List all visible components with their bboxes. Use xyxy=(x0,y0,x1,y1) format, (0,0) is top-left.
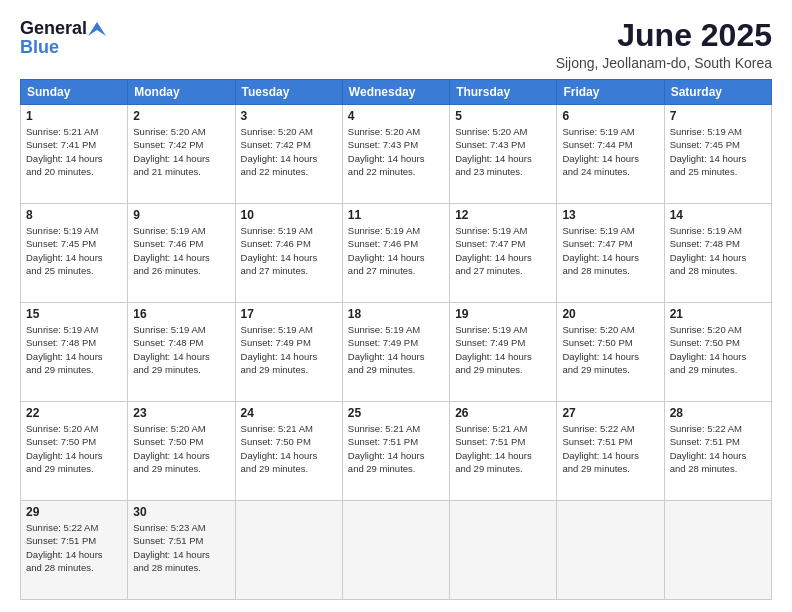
col-friday: Friday xyxy=(557,80,664,105)
day-number: 26 xyxy=(455,406,551,420)
day-number: 9 xyxy=(133,208,229,222)
day-number: 27 xyxy=(562,406,658,420)
calendar-cell: 26Sunrise: 5:21 AMSunset: 7:51 PMDayligh… xyxy=(450,402,557,501)
calendar-cell: 6Sunrise: 5:19 AMSunset: 7:44 PMDaylight… xyxy=(557,105,664,204)
day-info: Sunrise: 5:22 AMSunset: 7:51 PMDaylight:… xyxy=(26,521,122,574)
day-info: Sunrise: 5:19 AMSunset: 7:48 PMDaylight:… xyxy=(133,323,229,376)
day-info: Sunrise: 5:20 AMSunset: 7:50 PMDaylight:… xyxy=(26,422,122,475)
day-number: 11 xyxy=(348,208,444,222)
calendar-cell: 17Sunrise: 5:19 AMSunset: 7:49 PMDayligh… xyxy=(235,303,342,402)
day-number: 5 xyxy=(455,109,551,123)
location-title: Sijong, Jeollanam-do, South Korea xyxy=(556,55,772,71)
day-number: 12 xyxy=(455,208,551,222)
day-number: 25 xyxy=(348,406,444,420)
calendar-week-row: 8Sunrise: 5:19 AMSunset: 7:45 PMDaylight… xyxy=(21,204,772,303)
day-info: Sunrise: 5:22 AMSunset: 7:51 PMDaylight:… xyxy=(670,422,766,475)
day-number: 1 xyxy=(26,109,122,123)
day-info: Sunrise: 5:19 AMSunset: 7:46 PMDaylight:… xyxy=(241,224,337,277)
day-number: 21 xyxy=(670,307,766,321)
calendar-cell xyxy=(664,501,771,600)
calendar-cell: 24Sunrise: 5:21 AMSunset: 7:50 PMDayligh… xyxy=(235,402,342,501)
day-number: 22 xyxy=(26,406,122,420)
day-info: Sunrise: 5:20 AMSunset: 7:42 PMDaylight:… xyxy=(241,125,337,178)
day-number: 14 xyxy=(670,208,766,222)
calendar-cell: 25Sunrise: 5:21 AMSunset: 7:51 PMDayligh… xyxy=(342,402,449,501)
day-info: Sunrise: 5:19 AMSunset: 7:45 PMDaylight:… xyxy=(670,125,766,178)
calendar-cell: 20Sunrise: 5:20 AMSunset: 7:50 PMDayligh… xyxy=(557,303,664,402)
logo-bird-icon xyxy=(88,22,106,36)
calendar-cell: 16Sunrise: 5:19 AMSunset: 7:48 PMDayligh… xyxy=(128,303,235,402)
day-number: 30 xyxy=(133,505,229,519)
day-info: Sunrise: 5:20 AMSunset: 7:50 PMDaylight:… xyxy=(562,323,658,376)
calendar-week-row: 29Sunrise: 5:22 AMSunset: 7:51 PMDayligh… xyxy=(21,501,772,600)
calendar-week-row: 1Sunrise: 5:21 AMSunset: 7:41 PMDaylight… xyxy=(21,105,772,204)
calendar-cell xyxy=(450,501,557,600)
day-info: Sunrise: 5:19 AMSunset: 7:46 PMDaylight:… xyxy=(133,224,229,277)
calendar-cell: 2Sunrise: 5:20 AMSunset: 7:42 PMDaylight… xyxy=(128,105,235,204)
day-number: 3 xyxy=(241,109,337,123)
calendar-cell xyxy=(235,501,342,600)
logo: General Blue xyxy=(20,18,106,58)
calendar-cell: 23Sunrise: 5:20 AMSunset: 7:50 PMDayligh… xyxy=(128,402,235,501)
col-sunday: Sunday xyxy=(21,80,128,105)
calendar-cell: 21Sunrise: 5:20 AMSunset: 7:50 PMDayligh… xyxy=(664,303,771,402)
day-number: 10 xyxy=(241,208,337,222)
calendar-cell: 15Sunrise: 5:19 AMSunset: 7:48 PMDayligh… xyxy=(21,303,128,402)
day-info: Sunrise: 5:19 AMSunset: 7:46 PMDaylight:… xyxy=(348,224,444,277)
calendar-cell: 12Sunrise: 5:19 AMSunset: 7:47 PMDayligh… xyxy=(450,204,557,303)
day-info: Sunrise: 5:19 AMSunset: 7:49 PMDaylight:… xyxy=(455,323,551,376)
day-info: Sunrise: 5:19 AMSunset: 7:47 PMDaylight:… xyxy=(562,224,658,277)
calendar-cell: 13Sunrise: 5:19 AMSunset: 7:47 PMDayligh… xyxy=(557,204,664,303)
day-info: Sunrise: 5:22 AMSunset: 7:51 PMDaylight:… xyxy=(562,422,658,475)
col-thursday: Thursday xyxy=(450,80,557,105)
day-info: Sunrise: 5:21 AMSunset: 7:51 PMDaylight:… xyxy=(455,422,551,475)
day-info: Sunrise: 5:21 AMSunset: 7:50 PMDaylight:… xyxy=(241,422,337,475)
calendar-cell: 29Sunrise: 5:22 AMSunset: 7:51 PMDayligh… xyxy=(21,501,128,600)
day-info: Sunrise: 5:19 AMSunset: 7:49 PMDaylight:… xyxy=(241,323,337,376)
calendar-cell: 10Sunrise: 5:19 AMSunset: 7:46 PMDayligh… xyxy=(235,204,342,303)
calendar-cell: 22Sunrise: 5:20 AMSunset: 7:50 PMDayligh… xyxy=(21,402,128,501)
calendar-cell: 14Sunrise: 5:19 AMSunset: 7:48 PMDayligh… xyxy=(664,204,771,303)
calendar-cell: 9Sunrise: 5:19 AMSunset: 7:46 PMDaylight… xyxy=(128,204,235,303)
day-number: 6 xyxy=(562,109,658,123)
calendar-cell xyxy=(557,501,664,600)
day-number: 20 xyxy=(562,307,658,321)
calendar-cell: 18Sunrise: 5:19 AMSunset: 7:49 PMDayligh… xyxy=(342,303,449,402)
day-number: 4 xyxy=(348,109,444,123)
day-info: Sunrise: 5:20 AMSunset: 7:43 PMDaylight:… xyxy=(455,125,551,178)
month-title: June 2025 xyxy=(556,18,772,53)
day-info: Sunrise: 5:19 AMSunset: 7:45 PMDaylight:… xyxy=(26,224,122,277)
calendar-cell: 28Sunrise: 5:22 AMSunset: 7:51 PMDayligh… xyxy=(664,402,771,501)
calendar-cell: 8Sunrise: 5:19 AMSunset: 7:45 PMDaylight… xyxy=(21,204,128,303)
day-info: Sunrise: 5:19 AMSunset: 7:48 PMDaylight:… xyxy=(670,224,766,277)
day-number: 13 xyxy=(562,208,658,222)
calendar-cell: 7Sunrise: 5:19 AMSunset: 7:45 PMDaylight… xyxy=(664,105,771,204)
day-info: Sunrise: 5:21 AMSunset: 7:41 PMDaylight:… xyxy=(26,125,122,178)
day-number: 29 xyxy=(26,505,122,519)
col-wednesday: Wednesday xyxy=(342,80,449,105)
day-number: 28 xyxy=(670,406,766,420)
logo-blue-text: Blue xyxy=(20,37,59,58)
calendar-cell: 19Sunrise: 5:19 AMSunset: 7:49 PMDayligh… xyxy=(450,303,557,402)
day-number: 8 xyxy=(26,208,122,222)
day-info: Sunrise: 5:23 AMSunset: 7:51 PMDaylight:… xyxy=(133,521,229,574)
calendar-week-row: 22Sunrise: 5:20 AMSunset: 7:50 PMDayligh… xyxy=(21,402,772,501)
day-info: Sunrise: 5:19 AMSunset: 7:47 PMDaylight:… xyxy=(455,224,551,277)
day-info: Sunrise: 5:20 AMSunset: 7:50 PMDaylight:… xyxy=(133,422,229,475)
col-saturday: Saturday xyxy=(664,80,771,105)
day-info: Sunrise: 5:20 AMSunset: 7:50 PMDaylight:… xyxy=(670,323,766,376)
day-info: Sunrise: 5:20 AMSunset: 7:43 PMDaylight:… xyxy=(348,125,444,178)
calendar-cell: 3Sunrise: 5:20 AMSunset: 7:42 PMDaylight… xyxy=(235,105,342,204)
title-section: June 2025 Sijong, Jeollanam-do, South Ko… xyxy=(556,18,772,71)
calendar-cell: 5Sunrise: 5:20 AMSunset: 7:43 PMDaylight… xyxy=(450,105,557,204)
calendar-cell: 27Sunrise: 5:22 AMSunset: 7:51 PMDayligh… xyxy=(557,402,664,501)
day-info: Sunrise: 5:19 AMSunset: 7:49 PMDaylight:… xyxy=(348,323,444,376)
calendar-cell: 30Sunrise: 5:23 AMSunset: 7:51 PMDayligh… xyxy=(128,501,235,600)
logo-general-text: General xyxy=(20,18,87,39)
header: General Blue June 2025 Sijong, Jeollanam… xyxy=(20,18,772,71)
day-number: 2 xyxy=(133,109,229,123)
day-number: 19 xyxy=(455,307,551,321)
day-info: Sunrise: 5:21 AMSunset: 7:51 PMDaylight:… xyxy=(348,422,444,475)
calendar-cell: 4Sunrise: 5:20 AMSunset: 7:43 PMDaylight… xyxy=(342,105,449,204)
day-number: 18 xyxy=(348,307,444,321)
